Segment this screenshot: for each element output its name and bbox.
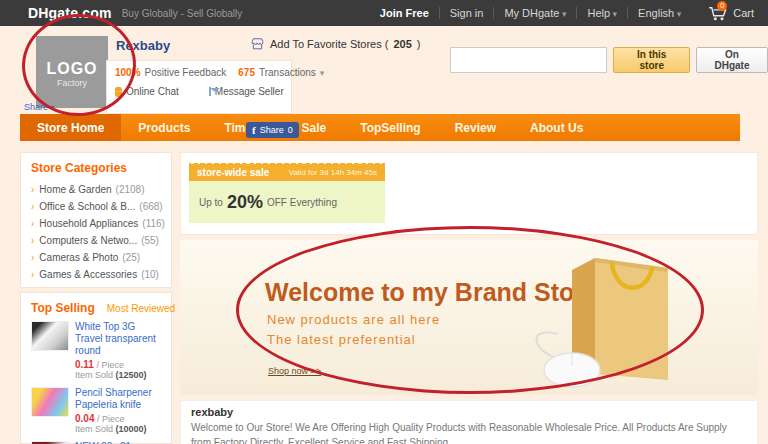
nav-about-us[interactable]: About Us bbox=[513, 114, 600, 141]
store-nav: Store Home Products Time Limited Sale To… bbox=[20, 114, 740, 141]
transactions-value: 675 bbox=[238, 67, 255, 78]
my-dhgate-menu[interactable]: My DHgate bbox=[494, 7, 576, 19]
share-link[interactable]: Share bbox=[24, 102, 54, 112]
product-unit: / Piece bbox=[97, 414, 125, 424]
product-price: 0.04 bbox=[75, 413, 94, 424]
store-logo[interactable]: LOGO Factory bbox=[36, 36, 108, 108]
language-menu[interactable]: English bbox=[628, 7, 691, 19]
dhgate-logo[interactable]: DHgate.com bbox=[28, 5, 112, 21]
top-selling-panel: Top Selling Most Reviewed White Top 3G T… bbox=[20, 292, 172, 444]
share-button-label: Share bbox=[260, 125, 284, 135]
product-title: White Top 3G Travel transparent round bbox=[75, 321, 161, 357]
category-count: (10) bbox=[141, 266, 159, 283]
top-bar-links: Join Free Sign in My DHgate Help English… bbox=[370, 5, 754, 21]
top-bar: DHgate.com Buy Globally - Sell Globally … bbox=[0, 0, 768, 26]
most-reviewed-tab[interactable]: Most Reviewed bbox=[107, 303, 175, 314]
category-label: Household Appliances bbox=[39, 215, 138, 232]
feedback-value: 100% bbox=[115, 67, 141, 78]
facebook-icon: f bbox=[252, 124, 256, 136]
store-description-panel: rexbaby Welcome to Our Store! We Are Off… bbox=[180, 400, 758, 444]
site-tagline: Buy Globally - Sell Globally bbox=[122, 8, 243, 19]
favorite-label-close: ) bbox=[417, 38, 421, 50]
store-categories-title: Store Categories bbox=[31, 161, 161, 175]
product-unit: / Piece bbox=[96, 360, 124, 370]
add-to-favorite-button[interactable]: Add To Favorite Stores ( 205 ) bbox=[250, 37, 420, 50]
search-in-store-button[interactable]: In this store bbox=[613, 47, 690, 73]
shop-now-link[interactable]: Shop now >> bbox=[268, 366, 321, 376]
category-label: Cameras & Photo bbox=[39, 249, 118, 266]
category-office-school[interactable]: Office & School & B... (668) bbox=[31, 198, 161, 215]
facebook-share-button[interactable]: f Share 0 bbox=[246, 122, 299, 138]
product-title: Pencil Sharpener Papeleria knife bbox=[75, 387, 161, 411]
category-label: Games & Accessories bbox=[39, 266, 137, 283]
product-price: 0.11 bbox=[75, 359, 94, 370]
coupon-countdown: Valid for 3d 14h 34m 45s bbox=[289, 168, 377, 177]
message-seller-link[interactable]: Message Seller bbox=[215, 86, 284, 97]
coupon-title: store-wide sale bbox=[197, 167, 269, 178]
brand-store-banner[interactable]: Welcome to my Brand Store New products a… bbox=[180, 240, 758, 395]
search-on-dhgate-button[interactable]: On DHgate bbox=[696, 47, 768, 73]
store-logo-text: LOGO bbox=[36, 60, 108, 78]
favorite-count: 205 bbox=[393, 38, 411, 50]
top-selling-tab[interactable]: Top Selling bbox=[31, 301, 95, 315]
product-thumbnail bbox=[31, 387, 69, 417]
promotion-panel: store-wide sale Valid for 3d 14h 34m 45s… bbox=[180, 152, 758, 235]
nav-review[interactable]: Review bbox=[438, 114, 513, 141]
category-count: (2108) bbox=[116, 181, 145, 198]
store-description-title: rexbaby bbox=[191, 406, 747, 418]
category-computers-networking[interactable]: Computers & Netwo... (55) bbox=[31, 232, 161, 249]
category-label: Computers & Netwo... bbox=[39, 232, 137, 249]
share-button-count: 0 bbox=[288, 125, 293, 135]
category-label: Office & School & B... bbox=[39, 198, 135, 215]
chevron-down-icon[interactable]: ▾ bbox=[320, 68, 325, 78]
product-sold-count: (10000) bbox=[116, 424, 147, 434]
product-sold-label: Item Sold bbox=[75, 370, 116, 380]
join-free-link[interactable]: Join Free bbox=[370, 7, 439, 19]
feedback-label: Positive Feedback bbox=[145, 67, 227, 78]
banner-subtitle-2: The latest preferential bbox=[267, 332, 416, 347]
store-search-input[interactable] bbox=[450, 47, 607, 73]
category-count: (25) bbox=[122, 249, 140, 266]
online-chat-link[interactable]: Online Chat bbox=[126, 86, 179, 97]
category-household-appliances[interactable]: Household Appliances (116) bbox=[31, 215, 161, 232]
category-label: Home & Garden bbox=[39, 181, 111, 198]
category-cameras-photo[interactable]: Cameras & Photo (25) bbox=[31, 249, 161, 266]
store-description-text: Welcome to Our Store! We Are Offering Hi… bbox=[191, 420, 747, 444]
category-home-garden[interactable]: Home & Garden (2108) bbox=[31, 181, 161, 198]
store-name: Rexbaby bbox=[116, 38, 170, 53]
product-thumbnail bbox=[31, 321, 69, 351]
banner-subtitle-1: New products are all here bbox=[267, 312, 440, 327]
category-count: (55) bbox=[141, 232, 159, 249]
nav-store-home[interactable]: Store Home bbox=[20, 114, 121, 141]
top-selling-item-1[interactable]: White Top 3G Travel transparent round 0.… bbox=[31, 321, 161, 380]
search-zone: In this store On DHgate bbox=[450, 47, 768, 73]
coupon-suffix: OFF Everything bbox=[267, 197, 337, 208]
message-seller-icon bbox=[209, 87, 211, 96]
product-sold-count: (12500) bbox=[116, 370, 147, 380]
nav-products[interactable]: Products bbox=[121, 114, 207, 141]
coupon-prefix: Up to bbox=[199, 197, 223, 208]
cart-button[interactable]: 0 Cart bbox=[691, 5, 754, 21]
store-categories-panel: Store Categories Home & Garden (2108) Of… bbox=[20, 152, 172, 288]
sign-in-link[interactable]: Sign in bbox=[440, 7, 494, 19]
nav-topselling[interactable]: TopSelling bbox=[343, 114, 437, 141]
favorite-label: Add To Favorite Stores ( bbox=[270, 38, 388, 50]
top-selling-item-2[interactable]: Pencil Sharpener Papeleria knife 0.04 / … bbox=[31, 387, 161, 434]
store-icon bbox=[250, 37, 265, 50]
store-wide-sale-coupon[interactable]: store-wide sale Valid for 3d 14h 34m 45s… bbox=[189, 163, 385, 223]
shopping-bag-and-mouse-image bbox=[500, 242, 700, 395]
online-chat-icon: ··· bbox=[115, 87, 122, 97]
store-stats-box: 100% Positive Feedback 675 Transactions … bbox=[106, 60, 292, 114]
coupon-percent: 20% bbox=[227, 192, 263, 213]
page: DHgate.com Buy Globally - Sell Globally … bbox=[0, 0, 768, 444]
store-logo-subtext: Factory bbox=[36, 78, 108, 88]
help-menu[interactable]: Help bbox=[577, 7, 627, 19]
category-games-accessories[interactable]: Games & Accessories (10) bbox=[31, 266, 161, 283]
category-count: (116) bbox=[142, 215, 165, 232]
store-header: LOGO Factory Share Rexbaby Add To Favori… bbox=[0, 26, 768, 114]
product-sold-label: Item Sold bbox=[75, 424, 116, 434]
cart-label: Cart bbox=[733, 7, 754, 19]
category-count: (668) bbox=[139, 198, 162, 215]
transactions-label: Transactions bbox=[259, 67, 316, 78]
